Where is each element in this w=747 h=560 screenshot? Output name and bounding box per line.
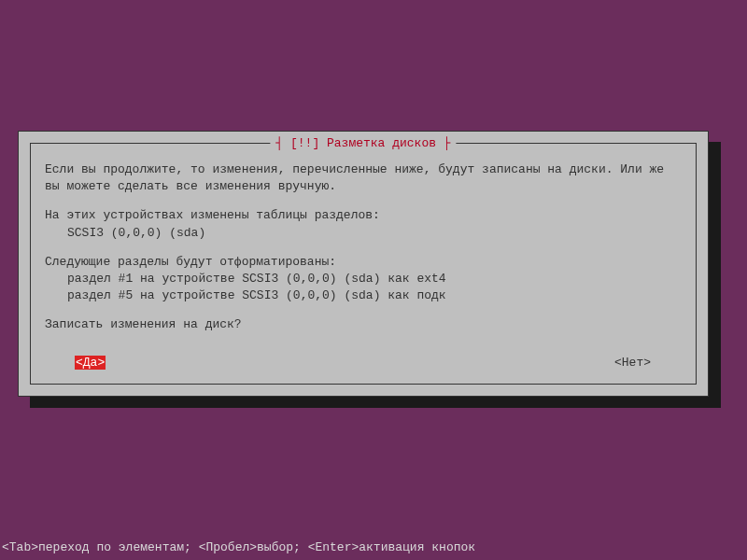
partition-dialog: ┤ [!!] Разметка дисков ├ Если вы продолж… bbox=[18, 131, 709, 397]
dialog-title-text: [!!] Разметка дисков bbox=[290, 136, 436, 150]
partition-tables-item: SCSI3 (0,0,0) (sda) bbox=[45, 225, 682, 242]
yes-button[interactable]: <Да> bbox=[75, 356, 106, 370]
intro-paragraph: Если вы продолжите, то изменения, перечи… bbox=[45, 161, 682, 195]
format-header: Следующие разделы будут отформатированы: bbox=[45, 254, 682, 271]
partition-tables-section: На этих устройствах изменены таблицы раз… bbox=[45, 207, 682, 241]
button-row: <Да> <Нет> bbox=[19, 356, 708, 370]
no-button[interactable]: <Нет> bbox=[613, 356, 652, 370]
dialog-title: ┤ [!!] Разметка дисков ├ bbox=[270, 136, 456, 150]
format-section: Следующие разделы будут отформатированы:… bbox=[45, 254, 682, 305]
dialog-content: Если вы продолжите, то изменения, перечи… bbox=[45, 161, 682, 346]
confirm-question: Записать изменения на диск? bbox=[45, 316, 682, 333]
format-item: раздел #1 на устройстве SCSI3 (0,0,0) (s… bbox=[45, 271, 682, 287]
format-item: раздел #5 на устройстве SCSI3 (0,0,0) (s… bbox=[45, 287, 682, 304]
partition-tables-header: На этих устройствах изменены таблицы раз… bbox=[45, 207, 682, 224]
footer-hints: <Tab>переход по элементам; <Пробел>выбор… bbox=[2, 540, 475, 554]
